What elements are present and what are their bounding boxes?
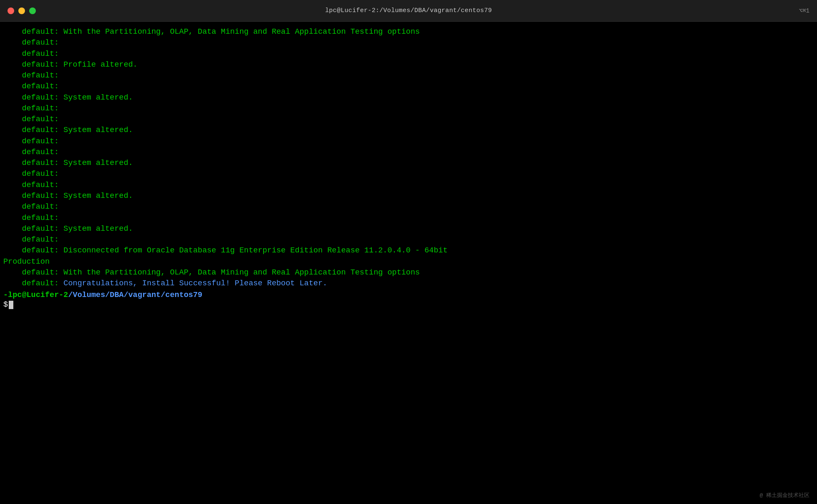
terminal-line: default:	[3, 202, 814, 212]
close-button[interactable]	[8, 7, 14, 14]
terminal-line: default:	[3, 114, 814, 125]
default-prefix: default:	[3, 279, 63, 288]
terminal-line: default: Disconnected from Oracle Databa…	[3, 245, 814, 256]
terminal-window: lpc@Lucifer-2:/Volumes/DBA/vagrant/cento…	[0, 0, 817, 504]
terminal-line: default:	[3, 70, 814, 81]
cursor	[9, 301, 13, 309]
prompt-dash: -	[3, 291, 8, 299]
prompt-username: lpc@Lucifer-2	[8, 291, 68, 299]
terminal-line: default:	[3, 103, 814, 114]
terminal-line: default: With the Partitioning, OLAP, Da…	[3, 27, 814, 37]
terminal-line: default:	[3, 81, 814, 92]
prompt-symbol-line: $	[3, 300, 814, 309]
terminal-line: default: System altered.	[3, 92, 814, 103]
terminal-line: default: System altered.	[3, 158, 814, 169]
terminal-line: default:	[3, 235, 814, 245]
prompt-dollar: $	[3, 300, 8, 309]
window-title: lpc@Lucifer-2:/Volumes/DBA/vagrant/cento…	[325, 7, 492, 14]
prompt-path: /Volumes/DBA/vagrant/centos79	[68, 291, 202, 299]
minimize-button[interactable]	[18, 7, 25, 14]
title-bar: lpc@Lucifer-2:/Volumes/DBA/vagrant/cento…	[0, 0, 817, 22]
terminal-line: default:	[3, 37, 814, 48]
terminal-line: default:	[3, 136, 814, 147]
terminal-line: default: Profile altered.	[3, 60, 814, 70]
keyboard-shortcut: ⌥⌘1	[799, 7, 809, 14]
terminal-line: default:	[3, 49, 814, 60]
terminal-body[interactable]: default: With the Partitioning, OLAP, Da…	[0, 22, 817, 504]
terminal-line: default: System altered.	[3, 224, 814, 235]
congrats-text: Congratulations, Install Successful! Ple…	[63, 279, 327, 288]
terminal-line: default: System altered.	[3, 125, 814, 136]
terminal-line: default:	[3, 147, 814, 158]
congratulations-line: default: Congratulations, Install Succes…	[3, 278, 814, 289]
terminal-line: default:	[3, 180, 814, 191]
maximize-button[interactable]	[29, 7, 36, 14]
terminal-line: default: With the Partitioning, OLAP, Da…	[3, 267, 814, 278]
window-controls	[8, 7, 36, 14]
terminal-line: default:	[3, 213, 814, 224]
terminal-line: default: System altered.	[3, 191, 814, 202]
prompt-line: -lpc@Lucifer-2 /Volumes/DBA/vagrant/cent…	[3, 291, 814, 299]
terminal-line: Production	[3, 257, 814, 267]
watermark: @ 稀土掘金技术社区	[759, 492, 809, 499]
terminal-line: default:	[3, 169, 814, 180]
